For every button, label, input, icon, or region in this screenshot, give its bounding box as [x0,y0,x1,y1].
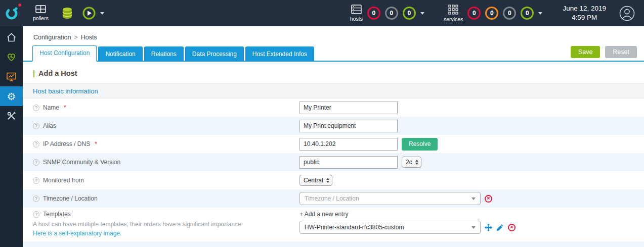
sidebar-item-configuration[interactable]: ⚙ [0,86,23,106]
timezone-select[interactable]: Timezone / Location [299,192,481,205]
tab-data-processing[interactable]: Data Processing [185,46,244,61]
sidebar-item-administration[interactable] [0,106,23,126]
database-export-button[interactable] [62,7,73,19]
name-label: Name * [23,104,299,111]
form-row-monitored-from: Monitored from Central [23,171,644,189]
help-icon[interactable] [33,159,39,166]
gear-icon: ⚙ [7,91,16,102]
user-profile-button[interactable] [619,6,635,21]
chevron-down-icon[interactable] [100,12,104,15]
save-button[interactable]: Save [571,46,600,58]
reset-button[interactable]: Reset [605,46,637,58]
tab-notification[interactable]: Notification [98,46,142,61]
section-host-basic-information: Host basic information [23,83,644,98]
form-row-create-services: Create Services linked to the Template t… [23,241,644,247]
help-icon[interactable] [33,141,39,147]
breadcrumb: Configuration > Hosts [23,26,644,41]
select-arrows-icon [415,160,418,165]
pollers-label: pollers [33,15,49,21]
centreon-logo[interactable] [0,0,23,26]
breadcrumb-separator: > [74,34,77,41]
ip-label: IP Address / DNS * [23,140,299,147]
user-avatar-icon [619,6,635,21]
snmp-version-select[interactable]: 2c [402,157,421,168]
form-row-alias: Alias [23,117,644,135]
services-ok-badge[interactable]: 0 [521,7,534,20]
edit-template-icon[interactable] [496,224,504,231]
resolve-button[interactable]: Resolve [402,138,438,151]
alias-input[interactable] [299,120,398,132]
alias-label: Alias [23,122,299,129]
form-row-ip: IP Address / DNS * Resolve [23,135,644,153]
clear-timezone-icon[interactable] [485,195,492,203]
monitored-from-select[interactable]: Central [299,175,332,186]
services-critical-badge[interactable]: 0 [467,7,481,20]
tab-relations[interactable]: Relations [144,46,184,61]
sidebar-item-monitoring[interactable] [0,47,23,67]
templates-help-text: A host can have multiple templates, thei… [33,221,299,228]
services-label: services [444,16,463,22]
name-input[interactable] [299,102,398,114]
templates-label: Templates [23,211,299,218]
heart-pulse-icon [6,52,17,62]
ip-input[interactable] [299,138,398,151]
tab-host-extended-infos[interactable]: Host Extended Infos [245,46,314,61]
help-icon[interactable] [33,211,39,218]
home-icon [6,32,17,42]
chevron-down-icon[interactable] [420,12,424,15]
help-icon[interactable] [33,177,39,184]
chevron-down-icon[interactable] [538,12,542,15]
centreon-logo-icon [4,6,19,21]
hosts-down-badge[interactable]: 0 [367,7,380,20]
select-arrows-icon [326,178,329,183]
monitored-from-label: Monitored from [23,177,299,184]
hosts-status-group: hosts 0 0 0 [350,5,424,22]
snmp-label: SNMP Community & Version [23,159,299,166]
breadcrumb-configuration[interactable]: Configuration [33,34,71,41]
hosts-menu[interactable]: hosts [350,5,363,22]
tab-host-configuration[interactable]: Host Configuration [32,45,97,62]
remove-template-icon[interactable] [508,224,516,231]
required-asterisk: * [95,140,97,147]
services-menu[interactable]: services [444,5,463,22]
pollers-icon [35,5,46,14]
breadcrumb-hosts[interactable]: Hosts [81,34,97,41]
hosts-icon [351,5,362,14]
notification-dot [18,4,21,7]
sidebar-item-home[interactable] [0,27,23,47]
form-row-name: Name * [23,98,644,117]
sidebar-item-reporting[interactable] [0,67,23,86]
help-icon[interactable] [33,123,39,129]
help-icon[interactable] [33,195,39,202]
pollers-menu[interactable]: pollers [33,5,49,21]
move-template-icon[interactable] [485,224,492,231]
templates-help: A host can have multiple templates, thei… [23,221,299,237]
main-content: Configuration > Hosts Host Configuration… [23,26,644,247]
current-time: 4:59 PM [563,13,606,22]
services-status-group: services 0 0 0 0 [444,5,543,22]
template-select[interactable]: HW-Printer-standard-rfc3805-custom [299,221,481,234]
hosts-up-badge[interactable]: 0 [403,7,416,20]
add-template-entry-link[interactable]: + Add a new entry [299,211,348,218]
chevron-down-icon [471,226,476,229]
generate-configuration-icon [82,6,96,20]
chart-icon [6,72,17,82]
timezone-placeholder: Timezone / Location [305,195,359,202]
sidebar: ⚙ [0,26,23,247]
help-icon[interactable] [33,105,39,111]
services-unknown-badge[interactable]: 0 [503,7,516,20]
templates-help-link[interactable]: Here is a self-explanatory image. [33,230,121,237]
snmp-community-input[interactable] [299,156,398,169]
services-warning-badge[interactable]: 0 [485,7,498,20]
form-row-templates: Templates + Add a new entry A host can h… [23,208,644,241]
chevron-down-icon [471,197,476,200]
database-icon [62,7,73,19]
generate-configuration-button[interactable] [82,6,96,20]
form-row-snmp: SNMP Community & Version 2c [23,153,644,171]
tab-bar: Host Configuration Notification Relation… [23,45,644,62]
page-title: |Add a Host [33,69,644,77]
clock: June 12, 2019 4:59 PM [563,4,606,22]
hosts-unreachable-badge[interactable]: 0 [385,7,398,20]
form-actions: Save Reset [571,46,644,58]
title-accent-bar: | [33,69,35,77]
